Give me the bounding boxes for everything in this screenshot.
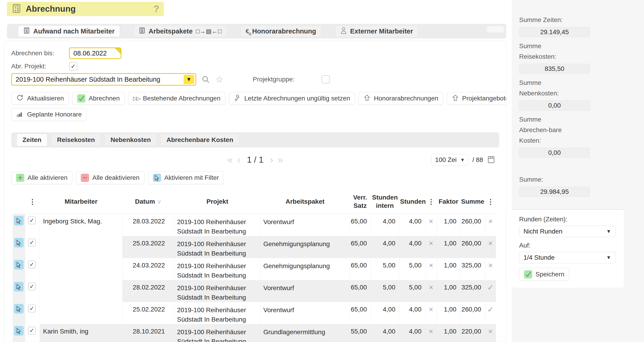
row-select-cursor-icon[interactable] <box>14 216 24 226</box>
projektangebote-button[interactable]: Projektangebote <box>447 92 506 105</box>
cell-datum: 28.10.2021 <box>122 324 174 342</box>
favorite-star-icon[interactable]: ☆ <box>216 75 223 84</box>
row-select-cursor-icon[interactable] <box>14 238 24 248</box>
col-verr-satz[interactable]: Verr. Satz <box>350 190 371 214</box>
cell-summe: 260,00 <box>460 236 485 258</box>
main-tab-bar: Aufwand nach Mitarbeiter Arbeitspakete □… <box>7 24 506 38</box>
table-grid-icon[interactable] <box>487 155 496 165</box>
stunden-remove-icon[interactable]: × <box>425 280 437 302</box>
stunden-remove-icon[interactable]: × <box>425 214 437 236</box>
page-size-select[interactable]: 100 Zei ▼ <box>431 154 469 166</box>
auf-label: Auf: <box>519 242 624 249</box>
aktivieren-mit-filter-button[interactable]: Aktivieren mit Filter <box>148 171 224 184</box>
arrow-up-icon <box>363 94 371 103</box>
first-page-icon[interactable]: « <box>228 155 233 165</box>
col-datum[interactable]: Datum∨ <box>122 190 174 214</box>
col-stunden-intern[interactable]: Stunden intern <box>371 190 399 214</box>
table-row: ✓ Ingeborg Stick, Mag. 28.03.2022 2019-1… <box>12 214 496 236</box>
summe-remove-icon[interactable]: × <box>485 214 496 236</box>
row-checkbox[interactable]: ✓ <box>28 217 36 224</box>
projektgruppe-checkbox[interactable] <box>322 75 330 83</box>
stunden-remove-icon[interactable]: × <box>425 324 437 342</box>
cell-stunden-intern: 4,00 <box>371 302 399 324</box>
col-stunden[interactable]: Stunden <box>399 190 425 214</box>
row-checkbox[interactable]: ✓ <box>28 327 36 335</box>
check-icon <box>524 270 532 279</box>
summe-value: 29.984,95 <box>519 187 590 197</box>
letzte-abrechnungen-ungueltig-button[interactable]: Letzte Abrechnungen ungültig setzen <box>229 92 355 105</box>
tab-zeiten[interactable]: Zeiten <box>16 133 48 146</box>
prev-page-icon[interactable]: ‹ <box>237 155 240 165</box>
summe-restore-icon[interactable]: ✓ <box>485 302 496 324</box>
bulk-actions: Alle aktivieren Alle deaktivieren Aktivi… <box>11 171 506 184</box>
last-page-icon[interactable]: » <box>278 155 283 165</box>
tab-nebenkosten[interactable]: Nebenkosten <box>104 133 157 146</box>
tab-abrechenbare-kosten[interactable]: Abrechenbare Kosten <box>160 133 240 146</box>
projekt-combobox[interactable]: 2019-100 Reihenhäuser Südstadt In Bearbe… <box>11 73 196 85</box>
aktualisieren-button[interactable]: Aktualisieren <box>11 92 68 105</box>
col-faktor[interactable]: Faktor <box>437 190 460 214</box>
alle-aktivieren-button[interactable]: Alle aktivieren <box>11 171 72 184</box>
speichern-button[interactable]: Speichern <box>519 268 569 281</box>
summe-remove-icon[interactable]: × <box>485 324 496 342</box>
next-page-icon[interactable]: › <box>270 155 273 165</box>
cost-tab-bar: Zeiten Reisekosten Nebenkosten Abrechenb… <box>11 132 499 147</box>
row-checkbox[interactable]: ✓ <box>28 261 36 268</box>
row-select-cursor-icon[interactable] <box>14 260 24 270</box>
summe-label: Summe: <box>519 174 570 185</box>
combo-dropdown-icon[interactable]: ▼ <box>184 75 194 84</box>
cell-verr-satz: 65,00 <box>350 302 371 324</box>
runden-panel: Runden (Zeiten): Nicht Runden ▼ Auf: 1/4… <box>512 209 624 288</box>
abrechnen-button[interactable]: Abrechnen <box>72 92 124 105</box>
tab-externer-mitarbeiter[interactable]: Externer Mitarbeiter <box>335 25 418 37</box>
abrechnen-bis-input[interactable]: 08.06.2022 <box>69 47 122 59</box>
summe-restore-icon[interactable]: ✓ <box>485 280 496 302</box>
abr-projekt-checkbox[interactable]: ✓ <box>69 62 77 70</box>
abr-projekt-label: Abr. Projekt: <box>11 63 69 70</box>
cell-arbeitspaket: Grundlagenermittlung <box>260 324 350 342</box>
tab-honorarabrechnung[interactable]: €⊕ Honorarabrechnung <box>240 25 321 37</box>
col-mitarbeiter[interactable]: Mitarbeiter <box>40 190 122 214</box>
search-icon[interactable] <box>201 75 210 84</box>
row-select-cursor-icon[interactable] <box>14 326 24 336</box>
page-indicator: 1 / 1 <box>247 155 264 165</box>
column-menu-icon[interactable] <box>430 199 432 205</box>
cursor-icon <box>153 174 161 182</box>
cell-stunden-intern: 5,00 <box>371 280 399 302</box>
row-checkbox[interactable]: ✓ <box>28 283 36 290</box>
stunden-remove-icon[interactable]: × <box>425 236 437 258</box>
bestehende-abrechnungen-button[interactable]: ▷▷ Bestehende Abrechnungen <box>128 92 226 105</box>
col-arbeitspaket[interactable]: Arbeitspaket <box>260 190 350 214</box>
honorarabrechnungen-button[interactable]: Honorarabrechnungen <box>358 92 443 105</box>
stunden-remove-icon[interactable]: × <box>425 302 437 324</box>
cell-summe: 260,00 <box>460 214 485 236</box>
calculator-icon <box>23 27 30 35</box>
cell-stunden-intern: 4,00 <box>371 324 399 342</box>
row-select-cursor-icon[interactable] <box>14 282 24 292</box>
alle-deaktivieren-button[interactable]: Alle deaktivieren <box>76 171 144 184</box>
runden-select[interactable]: Nicht Runden ▼ <box>519 226 616 237</box>
row-checkbox[interactable]: ✓ <box>28 239 36 246</box>
geplante-honorare-button[interactable]: Geplante Honorare <box>11 108 86 121</box>
tab-aufwand-nach-mitarbeiter[interactable]: Aufwand nach Mitarbeiter <box>18 25 120 37</box>
stunden-remove-icon[interactable]: × <box>425 258 437 280</box>
cell-arbeitspaket: Vorentwurf <box>260 302 350 324</box>
summe-abrechenbare-value: 0,00 <box>519 148 590 158</box>
auf-select[interactable]: 1/4 Stunde ▼ <box>519 252 616 263</box>
tab-reisekosten[interactable]: Reisekosten <box>51 133 101 146</box>
col-projekt[interactable]: Projekt <box>174 190 260 214</box>
tab-scroll-pill[interactable] <box>486 26 504 32</box>
check-icon <box>77 94 86 102</box>
tab-arbeitspakete[interactable]: Arbeitspakete □→▤←□ <box>133 25 227 37</box>
play-forward-icon: ▷▷ <box>133 95 140 102</box>
row-select-cursor-icon[interactable] <box>14 304 24 314</box>
summe-remove-icon[interactable]: × <box>485 236 496 258</box>
col-summe[interactable]: Summe <box>460 190 485 214</box>
help-icon[interactable]: ? <box>153 3 159 14</box>
cell-stunden-intern: 5,00 <box>371 258 399 280</box>
summe-remove-icon[interactable]: × <box>485 258 496 280</box>
cell-faktor: 1,00 <box>437 324 460 342</box>
column-menu-icon[interactable] <box>32 199 33 205</box>
column-menu-icon[interactable] <box>490 199 491 205</box>
row-checkbox[interactable]: ✓ <box>28 305 36 313</box>
